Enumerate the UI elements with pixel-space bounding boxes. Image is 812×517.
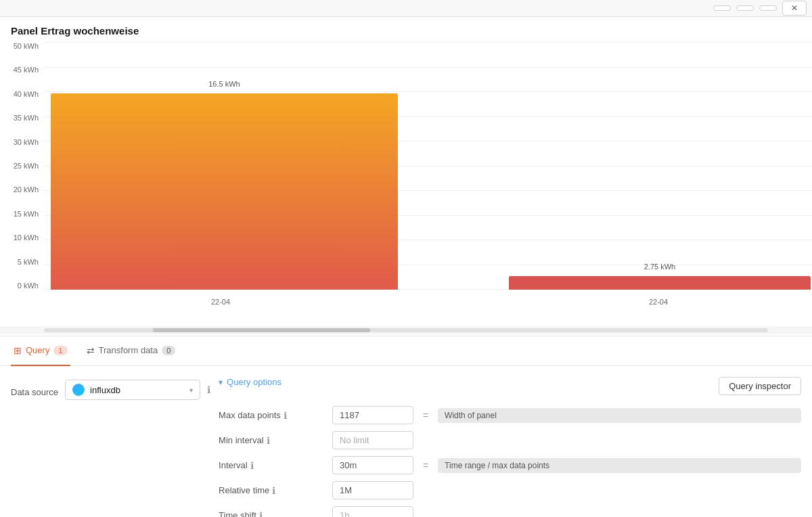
- top-button-2[interactable]: [736, 5, 754, 11]
- influxdb-icon: [72, 384, 85, 396]
- query-inspector-button[interactable]: Query inspector: [719, 377, 801, 395]
- y-label-35: 35 kWh: [14, 114, 39, 122]
- query-options-section: ▾ Query options Query inspector Max data…: [219, 377, 801, 517]
- scrollbar-area[interactable]: [0, 326, 812, 334]
- tab-transform[interactable]: ⇄ Transform data 0: [84, 336, 179, 366]
- bar-group-1: 16.5 kWh: [51, 93, 398, 290]
- datasource-label: Data source: [11, 383, 58, 397]
- tab-query[interactable]: ⊞ Query 1: [11, 336, 70, 366]
- y-label-40: 40 kWh: [14, 90, 39, 98]
- chart-area: Panel Ertrag wochenweise 50 kWh 45 kWh 4…: [0, 17, 812, 336]
- top-button-3[interactable]: [759, 5, 777, 11]
- relative-time-label: Relative time ℹ: [219, 485, 327, 496]
- time-range-badge: Time range / max data points: [438, 458, 801, 473]
- tab-transform-badge: 0: [162, 346, 175, 355]
- time-shift-label: Time shift ℹ: [219, 510, 327, 518]
- bar-tall: 16.5 kWh: [51, 93, 398, 290]
- y-label-5: 5 kWh: [18, 258, 39, 266]
- top-button-1[interactable]: [713, 5, 731, 11]
- time-shift-info-icon[interactable]: ℹ: [259, 510, 263, 518]
- tab-transform-label: Transform data: [99, 345, 158, 355]
- y-label-25: 25 kWh: [14, 162, 39, 170]
- max-data-points-info-icon[interactable]: ℹ: [284, 410, 287, 421]
- y-axis: 50 kWh 45 kWh 40 kWh 35 kWh 30 kWh 25 kW…: [0, 42, 44, 306]
- chart-plot: 16.5 kWh 2.75 kWh 22-04 22-04: [44, 42, 812, 306]
- min-interval-input[interactable]: [332, 431, 413, 449]
- width-of-panel-badge: Width of panel: [438, 408, 801, 423]
- chart-container: 50 kWh 45 kWh 40 kWh 35 kWh 30 kWh 25 kW…: [0, 42, 812, 326]
- tab-query-label: Query: [26, 345, 49, 355]
- transform-tab-icon: ⇄: [87, 345, 95, 356]
- interval-label: Interval ℹ: [219, 460, 327, 471]
- query-options-label: Query options: [227, 377, 281, 387]
- query-tab-icon: ⊞: [14, 345, 22, 356]
- datasource-select[interactable]: influxdb ▾: [65, 380, 200, 400]
- bar-short: 2.75 kWh: [509, 276, 811, 290]
- bar-label-1: 16.5 kWh: [208, 80, 240, 88]
- y-label-45: 45 kWh: [14, 66, 39, 74]
- max-data-points-label: Max data points ℹ: [219, 410, 327, 421]
- y-label-15: 15 kWh: [14, 210, 39, 218]
- bar-label-2: 2.75 kWh: [644, 263, 675, 271]
- query-options-header-row: ▾ Query options Query inspector: [219, 377, 801, 395]
- relative-time-info-icon[interactable]: ℹ: [272, 485, 275, 496]
- query-section: Data source influxdb ▾ ℹ ▾ Query options…: [0, 366, 812, 517]
- y-label-50: 50 kWh: [14, 42, 39, 50]
- chevron-down-icon: ▾: [189, 386, 193, 394]
- min-interval-info-icon[interactable]: ℹ: [267, 435, 270, 446]
- equals-sign-2: =: [419, 460, 432, 471]
- y-label-20: 20 kWh: [14, 185, 39, 194]
- options-grid: Max data points ℹ = Width of panel Min i…: [219, 406, 801, 517]
- equals-sign-1: =: [419, 410, 432, 421]
- relative-time-input[interactable]: [332, 481, 413, 499]
- min-interval-label: Min interval ℹ: [219, 435, 327, 446]
- chart-title: Panel Ertrag wochenweise: [0, 25, 812, 42]
- scrollbar-thumb[interactable]: [153, 328, 370, 332]
- bars-container: 16.5 kWh 2.75 kWh: [44, 42, 812, 290]
- interval-info-icon[interactable]: ℹ: [250, 460, 254, 471]
- x-axis: 22-04 22-04: [44, 298, 812, 306]
- chevron-icon: ▾: [219, 378, 223, 387]
- query-options-toggle[interactable]: ▾ Query options: [219, 377, 281, 387]
- tabs-bar: ⊞ Query 1 ⇄ Transform data 0: [0, 336, 812, 366]
- time-shift-input[interactable]: [332, 506, 413, 517]
- y-label-0: 0 kWh: [18, 282, 39, 290]
- datasource-section: Data source influxdb ▾ ℹ: [11, 377, 210, 400]
- x-gap: [397, 298, 505, 306]
- tab-query-badge: 1: [53, 346, 67, 355]
- bar-group-2: 2.75 kWh: [509, 276, 811, 290]
- max-data-points-input[interactable]: [332, 406, 413, 424]
- y-label-30: 30 kWh: [14, 138, 39, 146]
- x-label-2: 22-04: [505, 298, 812, 306]
- interval-input[interactable]: [332, 456, 413, 474]
- top-button-close[interactable]: ✕: [782, 1, 807, 16]
- scrollbar-track[interactable]: [44, 328, 768, 332]
- datasource-info-icon[interactable]: ℹ: [207, 384, 210, 395]
- x-label-1: 22-04: [44, 298, 397, 306]
- datasource-value: influxdb: [90, 385, 184, 395]
- y-label-10: 10 kWh: [14, 233, 39, 242]
- top-bar: ✕: [0, 0, 812, 17]
